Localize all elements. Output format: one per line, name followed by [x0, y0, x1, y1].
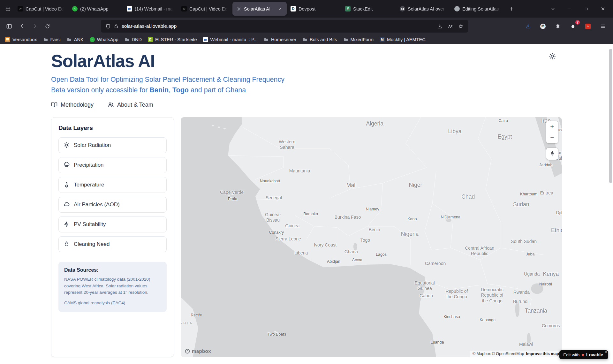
attribution-text: © Mapbox © OpenStreetMap [473, 352, 524, 356]
bookmark-label: DND [132, 37, 142, 42]
stackedit-favicon: # [345, 6, 351, 11]
edit-with-lovable-badge[interactable]: Edit with ♥ Lovable × [559, 350, 608, 359]
extension-badge: 7 [575, 20, 580, 25]
data-sources-heading: Data Sources: [64, 267, 161, 273]
bookmark-homeserver[interactable]: Homeserver [264, 37, 296, 42]
raindrop-extension-icon[interactable]: 7 [567, 20, 579, 32]
translate-icon[interactable] [448, 24, 453, 29]
minimize-button[interactable] [561, 0, 578, 18]
tab-list-chevron-icon[interactable] [545, 0, 561, 18]
zoom-in-button[interactable]: + [546, 121, 558, 132]
capcut-favicon [181, 6, 187, 11]
badge-text: Edit with [563, 353, 579, 357]
layer-cleaning-need-button[interactable]: Cleaning Need [58, 236, 167, 252]
page-subtitle: Open Data Tool for Optimizing Solar Pane… [51, 76, 562, 84]
tab-label: Editing SolarAtlas [462, 6, 502, 11]
header-links: Methodology About & Team [51, 102, 562, 108]
bookmark-mixedform[interactable]: MixedForm [343, 37, 374, 42]
bookmark-whatsapp[interactable]: WhatsApp [90, 37, 118, 42]
tab-capcut-2[interactable]: CapCut | Video Ed [178, 2, 232, 16]
improve-map-link[interactable]: Improve this map [526, 352, 559, 356]
layer-solar-radiation-button[interactable]: Solar Radiation [58, 137, 167, 153]
methodology-link[interactable]: Methodology [51, 102, 94, 108]
tab-label: SolarAtlas AI - [244, 6, 274, 11]
compass-needle-icon [551, 151, 554, 154]
bookmark-label: WhatsApp [97, 37, 118, 42]
bookmark-dnd[interactable]: DND [125, 37, 142, 42]
badge-close-icon[interactable]: × [605, 351, 607, 354]
forward-button[interactable] [29, 20, 41, 32]
bookmark-versandbox[interactable]: Versandbox [5, 37, 37, 42]
url-bar[interactable]: solar-atlas-ai.lovable.app [101, 20, 468, 33]
page-content: SolarAtlas AI Open Data Tool for Optimiz… [0, 44, 613, 364]
bookmark-farsi[interactable]: Farsi [43, 37, 61, 42]
mapbox-logo[interactable]: mapbox [185, 348, 211, 354]
capcut-favicon [18, 6, 23, 11]
bookmark-mockfly[interactable]: MMockfly | AEMTEC [380, 37, 426, 42]
bookmark-label: Farsi [50, 37, 61, 42]
bookmark-label: Bots and Bits [310, 37, 337, 42]
folder-icon [43, 37, 48, 42]
new-tab-button[interactable] [505, 3, 518, 15]
compass-button[interactable] [546, 148, 558, 160]
bookmark-ank[interactable]: ANK [67, 37, 84, 42]
folder-icon [125, 37, 130, 42]
devpost-favicon: D [291, 6, 296, 11]
mastodon-extension-icon[interactable]: M [537, 20, 549, 32]
doc-favicon [454, 6, 460, 11]
downloads-icon[interactable] [522, 20, 534, 32]
tab-label: Devpost [299, 6, 338, 11]
versandbox-icon [5, 37, 10, 42]
tab-label: CapCut | Video Ed [26, 6, 65, 11]
bookmark-label: Mockfly | AEMTEC [387, 37, 426, 42]
lock-icon[interactable] [114, 24, 119, 29]
data-layers-panel: Data Layers Solar Radiation Precipitatio… [51, 117, 174, 357]
bookmark-label: ELSTER - Startseite [155, 37, 197, 42]
video-extension-icon[interactable] [582, 20, 594, 32]
tab-solaratlas-active[interactable]: SolarAtlas AI - [232, 2, 287, 16]
toolbar-extensions: M 7 [522, 20, 610, 32]
whatsapp-icon [90, 37, 95, 42]
sidebar-toggle-icon[interactable] [3, 20, 15, 32]
about-team-link[interactable]: About & Team [108, 102, 153, 108]
tab-capcut-1[interactable]: CapCut | Video Ed [14, 2, 68, 16]
maximize-button[interactable] [578, 0, 594, 18]
bookmark-star-icon[interactable] [458, 24, 464, 29]
extensions-puzzle-icon[interactable] [552, 20, 564, 32]
tab-close-icon[interactable] [277, 6, 283, 12]
bookmark-elster[interactable]: EELSTER - Startseite [148, 37, 197, 42]
data-sources-text: CAMS global reanalysis (EAC4) [64, 300, 161, 307]
tab-stackedit[interactable]: # StackEdit [342, 2, 396, 16]
save-page-icon[interactable] [437, 24, 443, 29]
layer-pv-suitability-button[interactable]: PV Suitability [58, 216, 167, 232]
tab-whatsapp[interactable]: (2) WhatsApp [69, 2, 123, 16]
firefox-view-icon[interactable] [2, 3, 14, 15]
droplet-icon [64, 241, 70, 247]
data-sources-box: Data Sources: NASA POWER climatology dat… [58, 262, 167, 312]
menu-hamburger-icon[interactable] [597, 20, 609, 32]
map-canvas[interactable]: AlgeriaCairoIranKuwaitLibyaEgyptWestern … [181, 117, 562, 357]
layer-air-particles-button[interactable]: Air Particles (AOD) [58, 197, 167, 213]
zoom-out-button[interactable]: − [546, 132, 558, 143]
tab-webmail[interactable]: m (14) Webmail - ma [123, 2, 178, 16]
bookmark-bots-and-bits[interactable]: Bots and Bits [302, 37, 337, 42]
map-attribution: © Mapbox © OpenStreetMapImprove this map [470, 351, 562, 357]
book-icon [51, 102, 57, 108]
tab-solaratlas-overview[interactable]: SolarAtlas AI over [396, 2, 450, 16]
layer-precipitation-button[interactable]: Precipitation [58, 157, 167, 173]
tab-bar: CapCut | Video Ed (2) WhatsApp m (14) We… [0, 0, 613, 18]
tab-devpost[interactable]: D Devpost [287, 2, 341, 16]
reload-button[interactable] [42, 20, 53, 32]
tab-label: StackEdit [353, 6, 392, 11]
shield-icon[interactable] [105, 24, 111, 29]
bookmark-webmail[interactable]: mWebmail - manitu :: P... [203, 37, 258, 42]
layer-temperature-button[interactable]: Temperature [58, 177, 167, 193]
close-window-button[interactable] [594, 0, 611, 18]
scrollbar-thumb[interactable] [609, 49, 612, 183]
theme-toggle-button[interactable] [545, 49, 559, 63]
back-button[interactable] [16, 20, 28, 32]
navigation-bar: solar-atlas-ai.lovable.app M 7 [0, 18, 613, 35]
tab-editing-solaratlas[interactable]: Editing SolarAtlas [451, 2, 505, 16]
bookmarks-bar: Versandbox Farsi ANK WhatsApp DND EELSTE… [0, 35, 613, 44]
url-text: solar-atlas-ai.lovable.app [122, 23, 177, 29]
